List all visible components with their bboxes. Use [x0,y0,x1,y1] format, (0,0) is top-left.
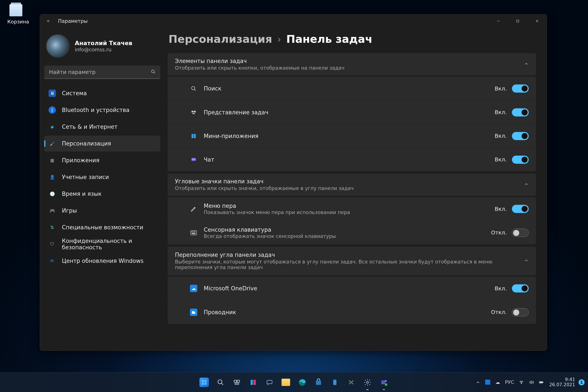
svg-rect-13 [192,158,196,161]
chat-icon[interactable] [263,376,276,389]
sidebar-item-network[interactable]: ◈ Сеть & и Интернет [44,119,160,135]
section-subtitle: Отобразить или скрыть значки, отображаем… [175,186,354,191]
language-indicator[interactable]: РУС [505,380,514,385]
section-title: Элементы панели задач [175,58,344,64]
taskbar-search-icon[interactable] [214,376,227,389]
search-icon [151,70,156,75]
row-title: Сенсорная клавиатура [204,226,336,233]
setting-row-widgets: Мини-приложения Вкл. [168,124,536,148]
section-corner-icons-body: Меню пера Показывать значок меню пера пр… [168,197,536,244]
clock[interactable]: 9:41 26.07.2021 [549,377,575,387]
row-title: Меню пера [204,203,350,209]
onedrive-tray-icon[interactable]: ☁ [494,378,502,386]
notification-badge[interactable]: 1 [578,379,584,385]
gaming-icon: 🎮 [48,207,56,214]
breadcrumb-current: Панель задач [286,33,372,45]
profile-name: Анатолий Ткачев [75,40,132,46]
edge-icon[interactable] [296,376,308,389]
xbox-icon[interactable] [345,376,358,389]
section-corner-icons-header[interactable]: Угловые значки панели задач Отобразить и… [168,174,536,196]
avatar [46,34,70,58]
bluetooth-icon: ᛒ [48,106,56,114]
toggle-search[interactable] [512,84,529,93]
chevron-up-icon [524,258,529,264]
svg-rect-44 [543,382,543,383]
store-icon[interactable] [312,376,325,389]
taskview-icon [189,110,198,115]
sidebar-item-update[interactable]: ⟳ Центр обновления Windows [44,253,160,269]
svg-rect-10 [192,113,195,114]
tray-app-icon[interactable]: 🟦 [484,378,492,386]
sidebar-item-apps[interactable]: ▦ Приложения [44,152,160,168]
toggle-pen[interactable] [512,205,529,213]
apps-icon: ▦ [48,157,56,164]
toggle-explorer[interactable] [512,308,529,316]
maximize-button[interactable] [508,14,528,28]
sidebar-item-gaming[interactable]: 🎮 Игры [44,203,160,218]
settings-window: Параметры Анатолий Ткачев info@comss.ru [40,14,547,351]
close-button[interactable] [528,14,547,28]
profile[interactable]: Анатолий Ткачев info@comss.ru [44,34,160,66]
sidebar-item-bluetooth[interactable]: ᛒ Bluetooth и устройства [44,102,160,118]
tray-overflow-icon[interactable] [474,378,482,386]
sidebar-item-personalization[interactable]: 🖌️ Персонализация [44,136,160,152]
svg-line-7 [194,89,196,91]
start-button[interactable] [198,376,210,389]
svg-rect-9 [194,111,196,112]
widgets-icon[interactable] [247,376,260,389]
svg-rect-29 [237,380,240,382]
task-view-icon[interactable] [230,376,243,389]
toggle-taskview[interactable] [512,108,529,116]
wifi-icon[interactable] [518,378,525,386]
svg-point-26 [218,380,222,384]
content: Персонализация › Панель задач Элементы п… [164,28,547,350]
toggle-touchkb[interactable] [512,229,529,237]
toggle-state: Вкл. [495,133,507,139]
network-icon: ◈ [48,123,56,130]
battery-icon[interactable] [537,378,545,386]
sidebar-item-label: Специальные возможности [62,224,143,230]
toggle-state: Вкл. [495,286,507,292]
section-taskbar-items-header[interactable]: Элементы панели задач Отобразить или скр… [168,53,536,76]
section-overflow-header[interactable]: Переполнение угла панели задач Выберите … [168,246,536,275]
setting-row-explorer: 🖿 Проводник Откл. [168,300,536,324]
svg-rect-39 [381,380,385,384]
update-icon: ⟳ [48,257,56,264]
row-subtitle: Всегда отображать значок сенсорной клави… [204,234,336,239]
toggle-widgets[interactable] [512,132,529,140]
sidebar-item-system[interactable]: 🖥 Система [44,85,160,101]
breadcrumb-separator: › [277,34,281,45]
toggle-chat[interactable] [512,156,529,164]
teams-icon[interactable] [378,376,390,389]
setting-row-onedrive: ☁ Microsoft OneDrive Вкл. [168,276,536,300]
search-box[interactable] [44,66,160,79]
svg-point-42 [521,383,522,384]
recycle-bin[interactable]: Корзина [7,4,24,24]
onedrive-icon: ☁ [189,285,198,292]
minimize-button[interactable] [489,14,508,28]
sidebar-item-time[interactable]: 🕒 Время и язык [44,186,160,202]
breadcrumb-parent[interactable]: Персонализация [168,33,272,45]
sidebar-item-accounts[interactable]: 👤 Учетные записи [44,169,160,185]
toggle-onedrive[interactable] [512,284,529,292]
section-overflow-body: ☁ Microsoft OneDrive Вкл. 🖿 Проводник От… [168,276,536,324]
svg-point-20 [195,232,195,232]
mobile-icon[interactable] [328,376,341,389]
svg-rect-11 [192,134,194,138]
back-button[interactable] [44,17,53,25]
sidebar-item-accessibility[interactable]: ⇅ Специальные возможности [44,220,160,235]
system-icon: 🖥 [48,90,56,97]
privacy-icon: 🛡 [48,240,56,248]
chat-icon [189,157,198,163]
settings-icon[interactable] [361,376,374,389]
volume-icon[interactable] [528,378,535,386]
sidebar-item-label: Приложения [62,157,99,164]
sidebar-item-label: Система [62,90,87,96]
accessibility-icon: ⇅ [48,224,56,231]
svg-point-40 [385,380,387,382]
sidebar-item-privacy[interactable]: 🛡 Конфиденциальность и безопасность [44,236,160,252]
profile-email: info@comss.ru [75,47,132,52]
explorer-icon[interactable] [280,376,292,389]
svg-rect-12 [194,134,196,138]
search-input[interactable] [44,66,160,79]
